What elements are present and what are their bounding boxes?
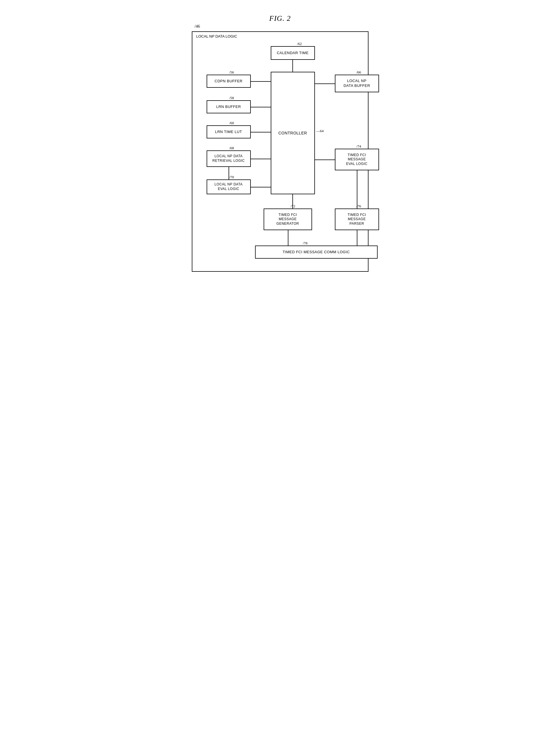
timed-fci-comm-box: TIMED FCI MESSAGE COMM LOGIC xyxy=(255,246,377,259)
line-retrieval-to-eval xyxy=(229,167,229,179)
ref-62: /62 xyxy=(297,41,302,46)
line-ctrl-to-gen-v xyxy=(292,194,293,208)
line-cal-to-ctrl xyxy=(292,60,293,72)
diagram-inner: CALENDAR TIME /62 CONTROLLER —64 CDPN BU… xyxy=(198,37,362,265)
page: FIG. 2 /46 LOCAL NP DATA LOGIC CALENDAR … xyxy=(180,6,380,283)
ref-60: /60 xyxy=(229,121,234,125)
timed-fci-parser-box: TIMED FCIMESSAGEPARSER xyxy=(335,208,379,230)
local-np-data-buffer-box: LOCAL NPDATA BUFFER xyxy=(335,75,379,92)
ref-64: —64 xyxy=(316,129,324,133)
line-eval-to-parser xyxy=(357,170,357,208)
timed-fci-eval-box: TIMED FCIMESSAGEEVAL LOGIC xyxy=(335,149,379,170)
diagram-container: /46 LOCAL NP DATA LOGIC CALENDAR TIME /6… xyxy=(192,31,368,272)
line-ctrl-to-eval-logic xyxy=(315,160,335,160)
outer-ref: /46 xyxy=(195,24,200,29)
local-np-data-eval-box: LOCAL NP DATAEVAL LOGIC xyxy=(206,179,251,194)
ref-74: /74 xyxy=(357,144,361,149)
line-eval-to-ctrl xyxy=(251,187,271,188)
ref-78: /78 xyxy=(303,241,308,246)
controller-box: CONTROLLER xyxy=(271,72,315,194)
ref-56: /56 xyxy=(229,70,234,75)
lrn-time-lut-box: LRN TIME LUT xyxy=(206,125,251,138)
line-ctrl-to-buffer xyxy=(315,83,335,84)
line-gen-to-comm xyxy=(288,230,288,246)
ref-66: /66 xyxy=(357,70,361,75)
ref-72: /72 xyxy=(291,204,296,208)
line-cdpn-to-ctrl xyxy=(251,81,271,82)
line-lrntlut-to-ctrl xyxy=(251,132,271,133)
calendar-time-box: CALENDAR TIME xyxy=(271,46,315,60)
figure-title: FIG. 2 xyxy=(192,14,368,23)
line-parser-to-comm xyxy=(357,230,357,246)
line-retrieval-to-ctrl xyxy=(251,159,271,159)
cdpn-buffer-box: CDPN BUFFER xyxy=(206,75,251,88)
local-np-data-retrieval-box: LOCAL NP DATARETRIEVAL LOGIC xyxy=(206,150,251,167)
line-lrn-to-ctrl xyxy=(251,107,271,107)
timed-fci-gen-box: TIMED FCIMESSAGEGENERATOR xyxy=(263,208,312,230)
ref-70: /70 xyxy=(229,175,234,179)
ref-58: /58 xyxy=(229,96,234,100)
lrn-buffer-box: LRN BUFFER xyxy=(206,100,251,113)
ref-68: /68 xyxy=(229,146,234,150)
